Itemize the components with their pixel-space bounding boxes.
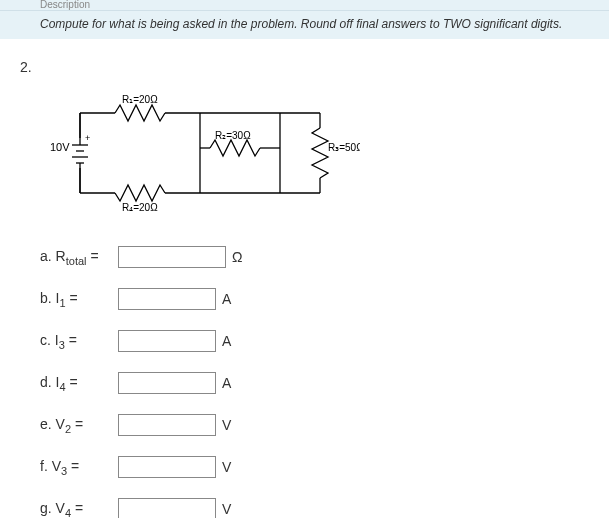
- answer-label: d. I4 =: [40, 374, 118, 393]
- answer-input-v4[interactable]: [118, 498, 216, 518]
- answer-list: a. Rtotal = Ω b. I1 = A c. I3 = A d. I4 …: [40, 246, 589, 518]
- answer-input-i1[interactable]: [118, 288, 216, 310]
- answer-input-v2[interactable]: [118, 414, 216, 436]
- unit-label: V: [222, 417, 231, 433]
- answer-label: b. I1 =: [40, 290, 118, 309]
- answer-label: g. V4 =: [40, 500, 118, 518]
- answer-input-v3[interactable]: [118, 456, 216, 478]
- description-cutoff: Description: [0, 0, 609, 10]
- unit-label: V: [222, 501, 231, 517]
- answer-row: e. V2 = V: [40, 414, 589, 436]
- answer-label: a. Rtotal =: [40, 248, 118, 267]
- answer-row: g. V4 = V: [40, 498, 589, 518]
- r1-label: R₁=20Ω: [122, 94, 158, 105]
- r2-label: R₂=30Ω: [215, 130, 251, 141]
- answer-row: d. I4 = A: [40, 372, 589, 394]
- instruction-text: Compute for what is being asked in the p…: [0, 10, 609, 39]
- unit-label: Ω: [232, 249, 242, 265]
- unit-label: A: [222, 333, 231, 349]
- unit-label: V: [222, 459, 231, 475]
- answer-input-i3[interactable]: [118, 330, 216, 352]
- r4-label: R₄=20Ω: [122, 202, 158, 213]
- r3-label: R₃=50Ω: [328, 142, 360, 153]
- answer-row: a. Rtotal = Ω: [40, 246, 589, 268]
- unit-label: A: [222, 291, 231, 307]
- unit-label: A: [222, 375, 231, 391]
- svg-text:+: +: [85, 133, 90, 143]
- question-number: 2.: [20, 59, 589, 75]
- answer-label: c. I3 =: [40, 332, 118, 351]
- answer-row: b. I1 = A: [40, 288, 589, 310]
- answer-input-i4[interactable]: [118, 372, 216, 394]
- answer-row: f. V3 = V: [40, 456, 589, 478]
- answer-row: c. I3 = A: [40, 330, 589, 352]
- circuit-diagram: + 10V R₁=20Ω R₂=30Ω R₃=50Ω R₄=20Ω: [50, 93, 589, 216]
- source-label: 10V: [50, 141, 70, 153]
- answer-label: e. V2 =: [40, 416, 118, 435]
- answer-label: f. V3 =: [40, 458, 118, 477]
- answer-input-rtotal[interactable]: [118, 246, 226, 268]
